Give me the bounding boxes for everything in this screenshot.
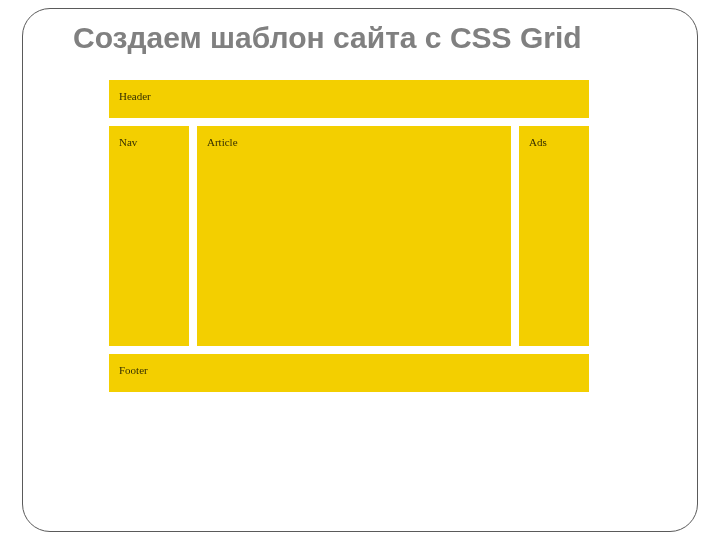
layout-nav-region: Nav [109,126,189,346]
layout-article-region: Article [197,126,511,346]
layout-ads-region: Ads [519,126,589,346]
css-grid-layout-demo: Header Nav Article Ads Footer [109,80,589,392]
slide-frame: Создаем шаблон сайта с CSS Grid Header N… [22,8,698,532]
layout-header-region: Header [109,80,589,118]
layout-footer-region: Footer [109,354,589,392]
page-title: Создаем шаблон сайта с CSS Grid [73,21,669,56]
